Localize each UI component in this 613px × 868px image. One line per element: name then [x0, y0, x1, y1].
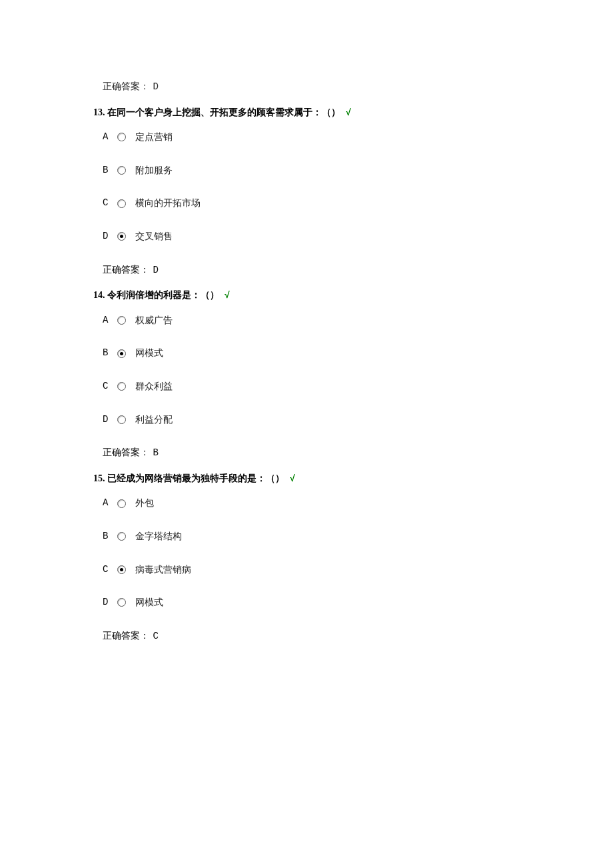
radio-button[interactable]: [117, 382, 126, 391]
answer-label: 正确答案：: [103, 265, 152, 275]
question-number: 13.: [93, 106, 107, 119]
questions-container: 13. 在同一个客户身上挖掘、开拓更多的顾客需求属于：（）√A定点营销B附加服务…: [93, 106, 506, 643]
option-text: 外包: [135, 497, 154, 510]
option-letter: A: [103, 131, 115, 144]
answer-line: 正确答案： D: [103, 263, 506, 277]
answer-label: 正确答案：: [103, 447, 152, 457]
check-icon: √: [225, 289, 230, 302]
radio-dot-icon: [120, 568, 123, 571]
option-text: 交叉销售: [135, 230, 173, 243]
question-text: 在同一个客户身上挖掘、开拓更多的顾客需求属于：（）: [107, 106, 340, 119]
radio-button[interactable]: [117, 232, 126, 241]
option-row: B网模式: [103, 347, 506, 360]
option-row: D交叉销售: [103, 230, 506, 243]
option-text: 附加服务: [135, 164, 173, 177]
option-text: 金字塔结构: [135, 530, 182, 543]
option-letter: C: [103, 380, 115, 393]
option-row: B附加服务: [103, 164, 506, 177]
top-answer-line: 正确答案： D: [103, 80, 506, 94]
radio-button[interactable]: [117, 499, 126, 508]
option-text: 横向的开拓市场: [135, 197, 201, 210]
answer-value: D: [153, 265, 159, 275]
option-letter: B: [103, 347, 115, 360]
option-row: A外包: [103, 497, 506, 510]
option-letter: A: [103, 497, 115, 510]
radio-button[interactable]: [117, 598, 126, 607]
radio-button[interactable]: [117, 199, 126, 208]
question-block: 15. 已经成为网络营销最为独特手段的是：（）√A外包B金字塔结构C病毒式营销病…: [93, 472, 506, 643]
answer-value: B: [153, 447, 159, 458]
radio-button[interactable]: [117, 565, 126, 574]
answer-line: 正确答案： B: [103, 446, 506, 460]
option-row: D利益分配: [103, 413, 506, 427]
question-text: 令利润倍增的利器是：（）: [107, 289, 219, 302]
option-text: 网模式: [135, 596, 163, 609]
option-letter: C: [103, 197, 115, 210]
radio-button[interactable]: [117, 349, 126, 358]
radio-button[interactable]: [117, 415, 126, 424]
option-text: 权威广告: [135, 314, 173, 327]
question-text: 已经成为网络营销最为独特手段的是：（）: [107, 472, 285, 485]
option-letter: D: [103, 230, 115, 243]
option-row: D网模式: [103, 596, 506, 609]
option-letter: B: [103, 530, 115, 543]
radio-button[interactable]: [117, 166, 126, 175]
radio-button[interactable]: [117, 316, 126, 325]
check-icon: √: [290, 472, 295, 485]
question-header: 15. 已经成为网络营销最为独特手段的是：（）√: [93, 472, 506, 485]
radio-button[interactable]: [117, 532, 126, 541]
question-number: 15.: [93, 472, 107, 485]
option-text: 利益分配: [135, 413, 173, 427]
option-text: 网模式: [135, 347, 163, 360]
answer-label: 正确答案：: [103, 631, 152, 641]
option-letter: D: [103, 596, 115, 609]
option-row: A定点营销: [103, 131, 506, 144]
question-block: 14. 令利润倍增的利器是：（）√A权威广告B网模式C群众利益D利益分配正确答案…: [93, 289, 506, 460]
option-row: B金字塔结构: [103, 530, 506, 543]
question-header: 13. 在同一个客户身上挖掘、开拓更多的顾客需求属于：（）√: [93, 106, 506, 119]
question-number: 14.: [93, 289, 107, 302]
page-content: 正确答案： D 13. 在同一个客户身上挖掘、开拓更多的顾客需求属于：（）√A定…: [0, 0, 506, 643]
question-header: 14. 令利润倍增的利器是：（）√: [93, 289, 506, 302]
option-letter: D: [103, 413, 115, 427]
top-answer-value: D: [153, 81, 159, 92]
option-row: C群众利益: [103, 380, 506, 393]
radio-dot-icon: [120, 235, 123, 238]
option-text: 定点营销: [135, 131, 173, 144]
answer-line: 正确答案： C: [103, 629, 506, 643]
option-letter: C: [103, 563, 115, 577]
question-block: 13. 在同一个客户身上挖掘、开拓更多的顾客需求属于：（）√A定点营销B附加服务…: [93, 106, 506, 277]
radio-button[interactable]: [117, 133, 126, 141]
option-text: 病毒式营销病: [135, 563, 191, 577]
answer-value: C: [153, 631, 159, 641]
option-row: A权威广告: [103, 314, 506, 327]
option-row: C病毒式营销病: [103, 563, 506, 577]
top-answer-label: 正确答案：: [103, 81, 152, 91]
option-row: C横向的开拓市场: [103, 197, 506, 210]
check-icon: √: [346, 106, 351, 119]
option-letter: A: [103, 314, 115, 327]
option-letter: B: [103, 164, 115, 177]
radio-dot-icon: [120, 352, 123, 355]
option-text: 群众利益: [135, 380, 173, 393]
